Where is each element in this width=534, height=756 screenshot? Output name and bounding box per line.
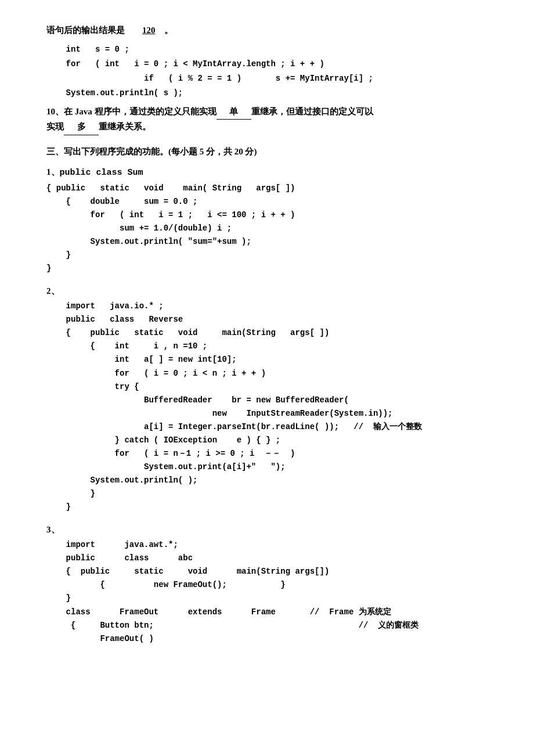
problem3-num: 3、: [46, 523, 488, 538]
code1-line3: if ( i % 2 = = 1 ) s += MyIntArray[i] ;: [46, 72, 488, 85]
problem3: 3、 import java.awt.*; public class abc {…: [46, 523, 488, 646]
section3-title: 三、写出下列程序完成的功能。(每小题 5 分，共 20 分): [46, 145, 488, 160]
code1-line4: System.out.println( s );: [46, 87, 488, 100]
problem2: 2、 import java.io.* ; public class Rever…: [46, 284, 488, 514]
q10-blank2: 多: [64, 120, 99, 135]
code1-block: int s = 0 ; for ( int i = 0 ; i < MyIntA…: [46, 43, 488, 100]
q10-text2: 实现 多 重继承关系。: [46, 120, 488, 135]
q10-blank1: 单: [217, 105, 251, 120]
intro-section: 语句后的输出结果是 120 。: [46, 23, 488, 38]
code1-line1: int s = 0 ;: [46, 43, 488, 56]
problem2-code: import java.io.* ; public class Reverse …: [46, 300, 488, 514]
problem1-code: { public static void main( String args[ …: [46, 182, 488, 276]
problem3-code: import java.awt.*; public class abc { pu…: [46, 538, 488, 646]
section3-header: 三、写出下列程序完成的功能。(每小题 5 分，共 20 分): [46, 145, 488, 160]
problem1: 1、public class Sum { public static void …: [46, 165, 488, 275]
intro-line: 语句后的输出结果是 120 。: [46, 23, 488, 38]
q10-section: 10、在 Java 程序中，通过类的定义只能实现 单 重继承，但通过接口的定义可…: [46, 105, 488, 135]
code1-line2: for ( int i = 0 ; i < MyIntArray.length …: [46, 57, 488, 71]
problem1-num: 1、public class Sum: [46, 165, 488, 181]
q10-text: 10、在 Java 程序中，通过类的定义只能实现 单 重继承，但通过接口的定义可…: [46, 105, 488, 120]
problem2-num: 2、: [46, 284, 488, 299]
page-content: 语句后的输出结果是 120 。 int s = 0 ; for ( int i …: [46, 23, 488, 646]
answer1: 120: [142, 26, 156, 35]
